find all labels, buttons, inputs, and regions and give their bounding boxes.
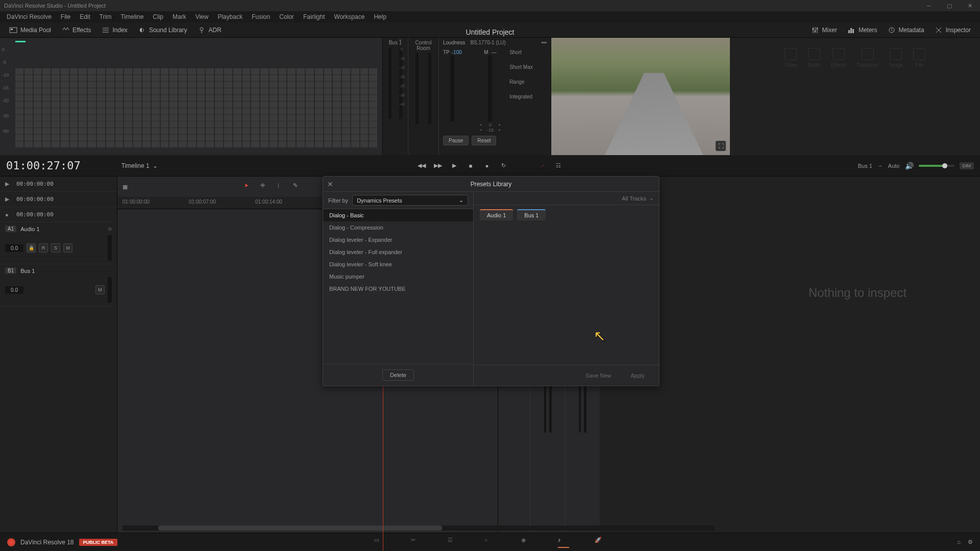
sound-library-icon: [138, 26, 146, 34]
inspector-tab-image[interactable]: Image: [889, 48, 903, 68]
inspector-empty-message: Nothing to inspect: [761, 286, 954, 300]
inspector-tab-transition[interactable]: Transition: [856, 48, 879, 68]
index-button[interactable]: Index: [96, 24, 133, 36]
range-tool-icon[interactable]: ✛: [260, 182, 270, 191]
speaker-icon[interactable]: 🔊: [905, 162, 914, 170]
svg-point-3: [812, 28, 814, 30]
play-icon[interactable]: ▶: [5, 181, 11, 187]
menu-workspace[interactable]: Workspace: [330, 12, 370, 21]
loudness-menu-icon[interactable]: •••: [541, 40, 547, 45]
apply-button[interactable]: Apply: [623, 370, 652, 381]
timeline-scrollbar[interactable]: [122, 525, 715, 531]
preset-item[interactable]: Dialog leveler - Expander: [323, 234, 473, 246]
stop-button[interactable]: ■: [466, 161, 475, 170]
menu-fairlight[interactable]: Fairlight: [299, 12, 330, 21]
scrollbar-thumb[interactable]: [158, 525, 443, 531]
fairlight-page-icon[interactable]: ♪: [558, 537, 569, 548]
minimize-button[interactable]: ─: [919, 0, 939, 11]
loop-button[interactable]: ↻: [499, 161, 508, 170]
deliver-page-icon[interactable]: 🚀: [595, 537, 606, 548]
automation-button[interactable]: ⟋: [537, 161, 547, 170]
mixer-button[interactable]: Mixer: [806, 24, 842, 36]
blade-tool-icon[interactable]: ✎: [293, 182, 302, 191]
effects-button[interactable]: Effects: [56, 24, 96, 36]
record-arm-button[interactable]: R: [39, 243, 48, 253]
menu-timeline[interactable]: Timeline: [116, 12, 148, 21]
menu-edit[interactable]: Edit: [75, 12, 95, 21]
menu-help[interactable]: Help: [369, 12, 391, 21]
app-name: DaVinci Resolve 18: [20, 539, 74, 546]
record-button[interactable]: ●: [482, 161, 492, 170]
media-page-icon[interactable]: ▭: [374, 537, 385, 548]
menu-fusion[interactable]: Fusion: [247, 12, 275, 21]
target-bus1[interactable]: Bus 1: [517, 209, 546, 220]
delete-preset-button[interactable]: Delete: [382, 369, 414, 381]
menu-file[interactable]: File: [56, 12, 75, 21]
selection-tool-icon[interactable]: ➤: [244, 182, 253, 191]
filter-dropdown[interactable]: Dynamics Presets⌄: [352, 195, 468, 206]
monitor-auto[interactable]: Auto: [888, 163, 900, 169]
settings-icon[interactable]: ⚙: [968, 539, 973, 545]
view-mode-icon[interactable]: ▦: [122, 184, 128, 190]
monitor-bus[interactable]: Bus 1: [858, 163, 872, 169]
menu-clip[interactable]: Clip: [148, 12, 168, 21]
menu-color[interactable]: Color: [275, 12, 299, 21]
track-b1-header[interactable]: B1Bus 1 0.0 M: [0, 264, 117, 306]
menu-trim[interactable]: Trim: [95, 12, 116, 21]
fast-forward-button[interactable]: ▶▶: [433, 161, 443, 170]
preset-item[interactable]: Dialog leveler - Full expander: [323, 246, 473, 258]
menu-playback[interactable]: Playback: [213, 12, 247, 21]
master-timecode[interactable]: 01:00:27:07: [6, 159, 81, 172]
popup-title: Presets Library: [471, 181, 512, 188]
record-icon[interactable]: ●: [5, 212, 11, 218]
play-button[interactable]: ▶: [450, 161, 459, 170]
metadata-button[interactable]: Metadata: [883, 24, 929, 36]
mute-button[interactable]: M: [95, 285, 105, 294]
color-page-icon[interactable]: ◉: [521, 537, 532, 548]
fusion-page-icon[interactable]: ⟐: [484, 537, 496, 548]
menu-mark[interactable]: Mark: [168, 12, 191, 21]
trim-tool-icon[interactable]: ⟊: [277, 182, 286, 191]
media-pool-button[interactable]: Media Pool: [4, 24, 56, 36]
volume-slider[interactable]: [919, 165, 954, 167]
preset-item[interactable]: Music pumper: [323, 270, 473, 283]
track-b1-value[interactable]: 0.0: [5, 286, 23, 294]
all-tracks-dropdown[interactable]: All Tracks⌄: [622, 195, 654, 202]
track-a1-header[interactable]: A1Audio 1fx 0.0 🔒 R S M: [0, 222, 117, 264]
lock-icon[interactable]: 🔒: [27, 243, 36, 253]
maximize-button[interactable]: ▢: [939, 0, 960, 11]
adr-button[interactable]: ADR: [192, 24, 227, 36]
close-button[interactable]: ✕: [960, 0, 980, 11]
close-popup-button[interactable]: ✕: [327, 180, 333, 188]
menu-davinci[interactable]: DaVinci Resolve: [2, 12, 56, 21]
inspector-tab-audio[interactable]: Audio: [807, 48, 821, 68]
video-preview[interactable]: ⛶: [551, 38, 730, 155]
mute-button[interactable]: M: [63, 243, 72, 253]
play-icon[interactable]: ▶: [5, 196, 11, 203]
solo-button[interactable]: S: [51, 243, 60, 253]
cut-page-icon[interactable]: ✂: [411, 537, 422, 548]
inspector-tab-file[interactable]: File: [913, 48, 925, 68]
rewind-button[interactable]: ◀◀: [417, 161, 426, 170]
preset-item[interactable]: Dialog - Basic: [323, 209, 473, 221]
edit-page-icon[interactable]: ☲: [448, 537, 459, 548]
preset-item[interactable]: BRAND NEW FOR YOUTUBE: [323, 283, 473, 295]
inspector-tab-effects[interactable]: Effects: [831, 48, 846, 68]
inspector-tab-video[interactable]: Video: [785, 48, 797, 68]
inspector-button[interactable]: Inspector: [929, 24, 976, 36]
home-icon[interactable]: ⌂: [957, 539, 961, 545]
target-audio1[interactable]: Audio 1: [480, 209, 513, 220]
loudness-pause-button[interactable]: Pause: [443, 136, 469, 145]
menu-view[interactable]: View: [191, 12, 213, 21]
timeline-dropdown[interactable]: Timeline 1⌄: [121, 162, 158, 169]
loudness-reset-button[interactable]: Reset: [472, 136, 496, 145]
save-new-button[interactable]: Save New: [578, 370, 618, 381]
settings-icon[interactable]: ☷: [554, 161, 563, 170]
sound-library-button[interactable]: Sound Library: [133, 24, 192, 36]
track-a1-value[interactable]: 0.0: [5, 244, 23, 252]
preset-item[interactable]: Dialog leveler - Soft knee: [323, 258, 473, 270]
preset-item[interactable]: Dialog - Compression: [323, 221, 473, 234]
dim-button[interactable]: DIM: [960, 162, 974, 169]
expand-preview-icon[interactable]: ⛶: [716, 141, 726, 151]
meters-button[interactable]: Meters: [842, 24, 883, 36]
